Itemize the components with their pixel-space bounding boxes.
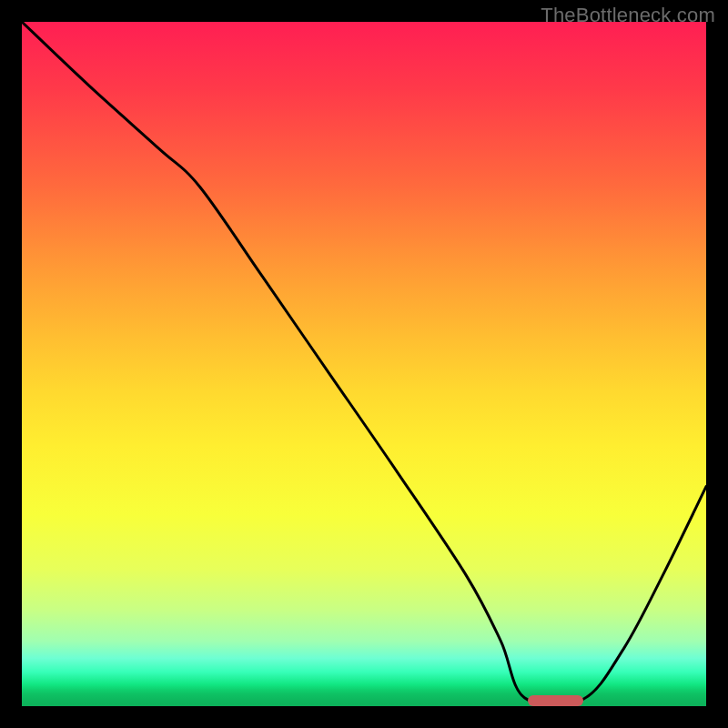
bottleneck-curve: [22, 22, 706, 706]
chart-stage: TheBottleneck.com: [0, 0, 728, 728]
watermark-text: TheBottleneck.com: [541, 4, 715, 27]
optimal-region-marker: [528, 695, 582, 706]
plot-area: [22, 22, 706, 706]
